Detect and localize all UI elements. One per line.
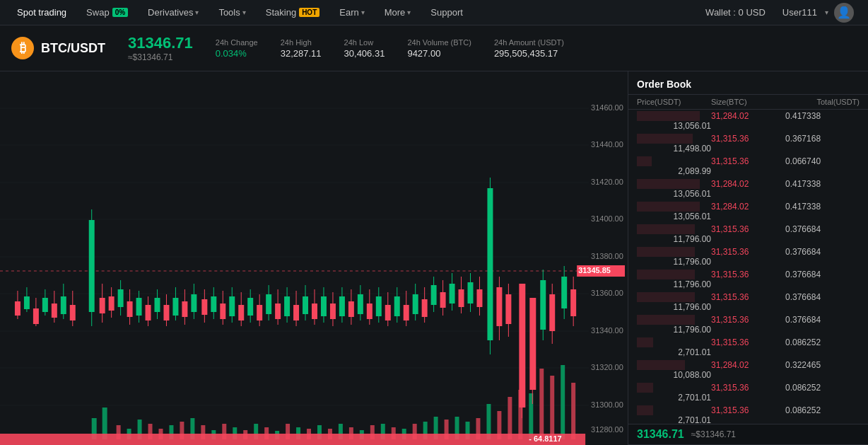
ob-mid-price: 31346.71 — [637, 428, 684, 441]
svg-rect-169 — [549, 294, 555, 331]
order-book-row[interactable]: 31,315.360.0667402,089.99 — [628, 155, 868, 178]
svg-rect-81 — [136, 298, 142, 316]
order-book-row[interactable]: 31,315.360.37668411,796.00 — [628, 313, 868, 336]
order-book-row[interactable]: 31,315.360.37668411,796.00 — [628, 223, 868, 245]
svg-rect-49 — [508, 397, 512, 439]
svg-rect-101 — [229, 296, 235, 316]
ticker-symbol[interactable]: ₿ BTC/USDT — [11, 37, 105, 59]
order-book-row[interactable]: 31,315.360.36716811,498.00 — [628, 132, 868, 155]
svg-rect-54 — [561, 365, 565, 439]
btc-icon: ₿ — [11, 37, 34, 59]
svg-rect-105 — [247, 298, 253, 316]
ticker-price-usd: ≈$31346.71 — [128, 52, 193, 62]
svg-rect-141 — [413, 294, 418, 314]
low-value: 30,406.31 — [344, 48, 385, 59]
nav-swap[interactable]: Swap 0% — [78, 0, 136, 25]
svg-rect-91 — [182, 301, 187, 317]
svg-rect-165 — [529, 298, 536, 390]
order-book: Order Book Price(USDT) Size(BTC) Total(U… — [628, 71, 868, 445]
order-book-row[interactable]: 31,315.360.37668411,796.00 — [628, 291, 868, 313]
svg-text:31340.00: 31340.00 — [591, 326, 623, 335]
svg-text:31380.00: 31380.00 — [591, 252, 623, 260]
svg-rect-107 — [257, 305, 262, 320]
svg-rect-89 — [172, 298, 178, 316]
svg-rect-145 — [431, 285, 437, 305]
svg-rect-75 — [109, 296, 115, 311]
nav-earn[interactable]: Earn ▾ — [331, 0, 373, 25]
svg-rect-97 — [211, 296, 216, 312]
svg-rect-161 — [505, 294, 511, 324]
svg-rect-119 — [312, 304, 317, 319]
order-book-row[interactable]: 31,315.360.37668411,796.00 — [628, 245, 868, 268]
earn-chevron: ▾ — [361, 8, 365, 16]
order-book-row[interactable]: 31,284.020.32246510,088.00 — [628, 359, 868, 381]
svg-text:- 64.8117: - 64.8117 — [529, 434, 561, 443]
nav-wallet[interactable]: Wallet : 0 USD — [697, 7, 774, 18]
svg-rect-173 — [570, 289, 576, 316]
user-name: User111 — [782, 7, 817, 18]
svg-rect-115 — [293, 305, 299, 320]
order-book-row[interactable]: 31,284.020.41733813,056.01 — [628, 110, 868, 132]
svg-rect-87 — [163, 305, 169, 320]
svg-rect-137 — [394, 296, 400, 316]
nav-user[interactable]: User111 ▾ 👤 — [777, 3, 860, 23]
nav-support[interactable]: Support — [422, 0, 471, 25]
chart-area[interactable]: 31460.00 31440.00 31420.00 31400.00 3138… — [0, 71, 628, 445]
order-book-row[interactable]: 31,315.360.37668411,796.00 — [628, 268, 868, 291]
svg-rect-149 — [450, 284, 455, 304]
change-value: 0.034% — [216, 48, 258, 59]
ticker-price: 31346.71 — [128, 34, 193, 52]
svg-rect-55 — [571, 383, 575, 439]
svg-rect-143 — [422, 299, 428, 317]
amount-label: 24h Amount (USDT) — [494, 38, 564, 47]
ticker-price-block: 31346.71 ≈$31346.71 — [128, 34, 193, 62]
tools-chevron: ▾ — [242, 8, 246, 16]
order-book-row[interactable]: 31,284.020.41733813,056.01 — [628, 178, 868, 200]
candlestick-chart: 31460.00 31440.00 31420.00 31400.00 3138… — [0, 71, 628, 445]
svg-rect-95 — [201, 299, 207, 315]
svg-rect-79 — [127, 301, 133, 317]
svg-text:31345.85: 31345.85 — [578, 266, 611, 274]
svg-text:31400.00: 31400.00 — [591, 214, 623, 223]
order-book-row[interactable]: 31,315.360.0862522,701.01 — [628, 381, 868, 404]
svg-text:31460.00: 31460.00 — [591, 103, 623, 112]
svg-rect-83 — [146, 305, 151, 320]
symbol-name: BTC/USDT — [41, 41, 105, 56]
svg-rect-155 — [476, 289, 482, 307]
svg-rect-125 — [339, 296, 345, 316]
more-chevron: ▾ — [407, 8, 411, 16]
svg-text:31440.00: 31440.00 — [591, 140, 623, 149]
svg-rect-139 — [404, 305, 409, 320]
ticker-24h-amount: 24h Amount (USDT) 295,505,435.17 — [494, 38, 564, 59]
top-nav: Spot trading Swap 0% Derivatives ▾ Tools… — [0, 0, 868, 25]
nav-spot-trading[interactable]: Spot trading — [8, 0, 75, 25]
order-book-header: Price(USDT) Size(BTC) Total(USDT) — [628, 95, 868, 110]
derivatives-chevron: ▾ — [195, 8, 199, 16]
order-book-rows[interactable]: 31,284.020.41733813,056.0131,315.360.367… — [628, 110, 868, 424]
volume-label: 24h Volume (BTC) — [407, 38, 471, 47]
svg-rect-186 — [0, 434, 585, 445]
svg-rect-113 — [284, 296, 290, 316]
change-label: 24h Change — [216, 38, 258, 47]
svg-rect-151 — [459, 289, 464, 307]
order-book-row[interactable]: 31,284.020.41733813,056.01 — [628, 200, 868, 223]
svg-rect-109 — [266, 294, 271, 314]
svg-rect-53 — [550, 376, 554, 439]
user-chevron: ▾ — [825, 8, 828, 16]
staking-badge: HOT — [299, 8, 319, 17]
nav-derivatives[interactable]: Derivatives ▾ — [139, 0, 207, 25]
nav-tools[interactable]: Tools ▾ — [210, 0, 254, 25]
nav-staking[interactable]: Staking HOT — [257, 0, 328, 25]
svg-rect-65 — [52, 304, 57, 318]
svg-rect-85 — [155, 298, 160, 312]
svg-rect-131 — [367, 304, 373, 319]
order-book-row[interactable]: 31,315.360.0862522,701.01 — [628, 404, 868, 424]
volume-value: 9427.00 — [407, 48, 471, 59]
nav-more[interactable]: More ▾ — [376, 0, 420, 25]
order-book-row[interactable]: 31,315.360.0862522,701.01 — [628, 336, 868, 359]
svg-text:31360.00: 31360.00 — [591, 289, 623, 297]
svg-rect-63 — [42, 298, 48, 312]
svg-rect-103 — [238, 305, 244, 320]
ob-header-total: Total(USDT) — [785, 98, 860, 106]
svg-rect-121 — [321, 296, 327, 316]
